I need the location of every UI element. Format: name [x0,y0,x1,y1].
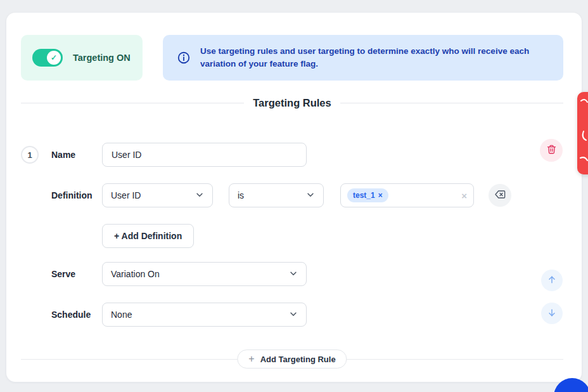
definition-label: Definition [51,190,102,200]
delete-rule-button[interactable] [540,139,563,162]
chevron-down-icon [306,190,315,201]
definition-row: Definition User ID is [21,183,563,207]
side-panel-tab[interactable] [577,92,588,174]
chevron-down-icon [289,269,298,280]
operator-select-value: is [238,190,244,200]
targeting-toggle[interactable]: ✓ [32,49,63,67]
chevron-down-icon [195,190,204,201]
serve-row: Serve Variation On [21,262,563,286]
backspace-button[interactable] [489,184,511,207]
rule-number-badge: 1 [21,146,39,164]
targeting-toggle-label: Targeting ON [73,53,131,63]
trait-select[interactable]: User ID [102,183,213,207]
section-title: Targeting Rules [21,97,563,109]
serve-select[interactable]: Variation On [102,262,307,286]
trait-select-value: User ID [111,190,141,200]
add-definition-button[interactable]: + Add Definition [102,224,194,248]
info-banner: Use targeting rules and user targeting t… [163,35,563,81]
arrow-up-icon [547,275,557,287]
close-icon[interactable]: × [378,192,383,199]
backspace-icon [494,188,506,202]
targeting-panel: ✓ Targeting ON Use targeting rules and u… [6,13,582,382]
chevron-down-icon [289,310,298,320]
add-definition-row: + Add Definition [21,224,563,248]
info-banner-text: Use targeting rules and user targeting t… [200,45,549,70]
schedule-select[interactable]: None [102,303,307,327]
move-rule-down-button[interactable] [541,303,563,324]
name-row: 1 Name [21,143,563,167]
operator-select[interactable]: is [229,183,324,207]
targeting-rule: 1 Name Definition User ID is [21,143,563,327]
move-rule-up-button[interactable] [541,270,563,291]
rule-name-input[interactable] [102,143,307,167]
schedule-row: Schedule None [21,303,563,327]
rules-footer: + Add Targeting Rule [21,350,563,369]
schedule-select-value: None [111,310,132,320]
check-icon: ✓ [47,51,61,65]
side-tab-decoration [577,92,588,174]
section-title-text: Targeting Rules [253,97,331,109]
add-targeting-rule-button[interactable]: + Add Targeting Rule [237,350,347,369]
close-icon[interactable]: × [461,191,467,200]
info-icon [177,51,191,65]
definition-values-input[interactable]: test_1 × × [340,183,474,207]
trash-icon [546,144,557,157]
serve-label: Serve [51,269,102,279]
value-chip: test_1 × [347,188,388,202]
plus-icon: + [248,354,254,364]
name-label: Name [51,150,102,160]
value-chip-label: test_1 [353,191,375,200]
serve-select-value: Variation On [111,269,160,279]
schedule-label: Schedule [51,310,102,320]
top-row: ✓ Targeting ON Use targeting rules and u… [21,35,563,81]
arrow-down-icon [547,308,557,320]
add-targeting-rule-label: Add Targeting Rule [260,355,336,364]
targeting-toggle-card: ✓ Targeting ON [21,35,143,81]
